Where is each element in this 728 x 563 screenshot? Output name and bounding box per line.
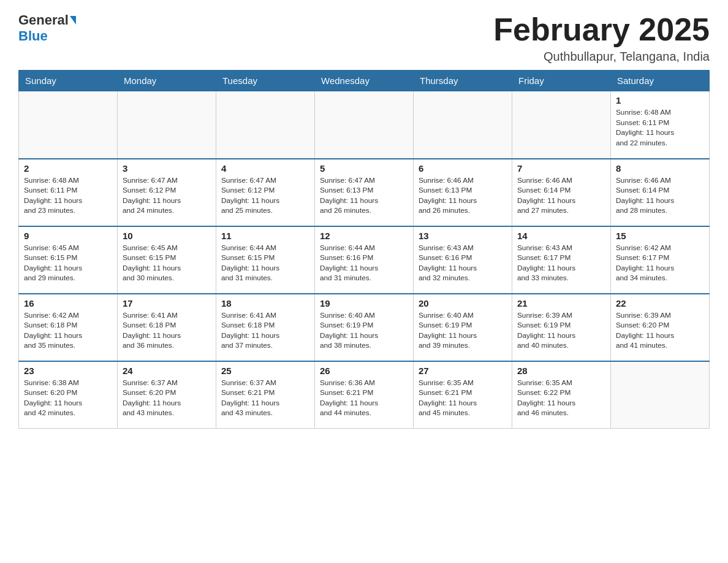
header-friday: Friday [512,71,611,91]
weekday-header-row: Sunday Monday Tuesday Wednesday Thursday… [19,71,710,91]
table-row: 21Sunrise: 6:39 AMSunset: 6:19 PMDayligh… [512,294,611,361]
day-number: 1 [616,95,704,105]
day-number: 9 [24,231,112,241]
day-info: Sunrise: 6:48 AMSunset: 6:11 PMDaylight:… [616,107,704,148]
day-info: Sunrise: 6:48 AMSunset: 6:11 PMDaylight:… [24,175,112,216]
table-row: 8Sunrise: 6:46 AMSunset: 6:14 PMDaylight… [611,159,710,226]
table-row: 5Sunrise: 6:47 AMSunset: 6:13 PMDaylight… [315,159,414,226]
day-number: 18 [221,298,309,308]
calendar-week-row: 23Sunrise: 6:38 AMSunset: 6:20 PMDayligh… [19,361,710,429]
table-row [19,91,118,159]
logo-blue-text: Blue [18,28,48,44]
day-info: Sunrise: 6:35 AMSunset: 6:22 PMDaylight:… [517,378,605,418]
day-info: Sunrise: 6:44 AMSunset: 6:15 PMDaylight:… [221,243,309,283]
logo-triangle-icon [70,16,76,25]
day-number: 5 [320,163,408,174]
table-row: 24Sunrise: 6:37 AMSunset: 6:20 PMDayligh… [118,361,216,429]
table-row: 28Sunrise: 6:35 AMSunset: 6:22 PMDayligh… [512,361,611,429]
header-monday: Monday [118,71,216,91]
table-row: 17Sunrise: 6:41 AMSunset: 6:18 PMDayligh… [118,294,216,361]
day-info: Sunrise: 6:42 AMSunset: 6:18 PMDaylight:… [24,310,112,351]
day-info: Sunrise: 6:35 AMSunset: 6:21 PMDaylight:… [419,378,507,418]
table-row [512,91,611,159]
table-row [414,91,512,159]
day-number: 23 [24,366,112,376]
calendar-week-row: 1Sunrise: 6:48 AMSunset: 6:11 PMDaylight… [19,91,710,159]
day-number: 17 [123,298,211,308]
table-row: 10Sunrise: 6:45 AMSunset: 6:15 PMDayligh… [118,226,216,294]
day-number: 14 [517,231,605,241]
calendar-table: Sunday Monday Tuesday Wednesday Thursday… [18,70,710,429]
day-number: 12 [320,231,408,241]
day-info: Sunrise: 6:45 AMSunset: 6:15 PMDaylight:… [123,243,211,283]
calendar-week-row: 2Sunrise: 6:48 AMSunset: 6:11 PMDaylight… [19,159,710,226]
calendar-week-row: 9Sunrise: 6:45 AMSunset: 6:15 PMDaylight… [19,226,710,294]
table-row: 7Sunrise: 6:46 AMSunset: 6:14 PMDaylight… [512,159,611,226]
day-number: 8 [616,163,704,174]
day-number: 26 [320,366,408,376]
day-number: 20 [419,298,507,308]
logo: General Blue [18,12,76,44]
table-row: 22Sunrise: 6:39 AMSunset: 6:20 PMDayligh… [611,294,710,361]
day-number: 2 [24,163,112,174]
day-info: Sunrise: 6:43 AMSunset: 6:17 PMDaylight:… [517,243,605,283]
day-info: Sunrise: 6:39 AMSunset: 6:19 PMDaylight:… [517,310,605,351]
day-number: 27 [419,366,507,376]
table-row: 14Sunrise: 6:43 AMSunset: 6:17 PMDayligh… [512,226,611,294]
table-row: 12Sunrise: 6:44 AMSunset: 6:16 PMDayligh… [315,226,414,294]
calendar-title: February 2025 [493,12,710,47]
table-row: 9Sunrise: 6:45 AMSunset: 6:15 PMDaylight… [19,226,118,294]
table-row: 13Sunrise: 6:43 AMSunset: 6:16 PMDayligh… [414,226,512,294]
day-number: 22 [616,298,704,308]
day-info: Sunrise: 6:37 AMSunset: 6:20 PMDaylight:… [123,378,211,418]
day-number: 7 [517,163,605,174]
day-info: Sunrise: 6:47 AMSunset: 6:12 PMDaylight:… [123,175,211,216]
table-row: 15Sunrise: 6:42 AMSunset: 6:17 PMDayligh… [611,226,710,294]
day-info: Sunrise: 6:40 AMSunset: 6:19 PMDaylight:… [419,310,507,351]
day-number: 21 [517,298,605,308]
table-row: 16Sunrise: 6:42 AMSunset: 6:18 PMDayligh… [19,294,118,361]
title-block: February 2025 Quthbullapur, Telangana, I… [493,12,710,64]
table-row: 4Sunrise: 6:47 AMSunset: 6:12 PMDaylight… [216,159,315,226]
day-number: 24 [123,366,211,376]
table-row: 1Sunrise: 6:48 AMSunset: 6:11 PMDaylight… [611,91,710,159]
table-row [118,91,216,159]
table-row: 18Sunrise: 6:41 AMSunset: 6:18 PMDayligh… [216,294,315,361]
day-number: 3 [123,163,211,174]
day-info: Sunrise: 6:43 AMSunset: 6:16 PMDaylight:… [419,243,507,283]
logo-general-text: General [18,12,69,28]
day-number: 15 [616,231,704,241]
calendar-week-row: 16Sunrise: 6:42 AMSunset: 6:18 PMDayligh… [19,294,710,361]
day-info: Sunrise: 6:36 AMSunset: 6:21 PMDaylight:… [320,378,408,418]
table-row: 11Sunrise: 6:44 AMSunset: 6:15 PMDayligh… [216,226,315,294]
table-row [611,361,710,429]
day-number: 11 [221,231,309,241]
day-number: 4 [221,163,309,174]
header-sunday: Sunday [19,71,118,91]
calendar-location: Quthbullapur, Telangana, India [493,50,710,64]
table-row: 23Sunrise: 6:38 AMSunset: 6:20 PMDayligh… [19,361,118,429]
day-info: Sunrise: 6:44 AMSunset: 6:16 PMDaylight:… [320,243,408,283]
table-row: 2Sunrise: 6:48 AMSunset: 6:11 PMDaylight… [19,159,118,226]
day-info: Sunrise: 6:46 AMSunset: 6:13 PMDaylight:… [419,175,507,216]
day-info: Sunrise: 6:47 AMSunset: 6:13 PMDaylight:… [320,175,408,216]
day-info: Sunrise: 6:41 AMSunset: 6:18 PMDaylight:… [123,310,211,351]
day-info: Sunrise: 6:37 AMSunset: 6:21 PMDaylight:… [221,378,309,418]
header-wednesday: Wednesday [315,71,414,91]
table-row: 6Sunrise: 6:46 AMSunset: 6:13 PMDaylight… [414,159,512,226]
table-row: 19Sunrise: 6:40 AMSunset: 6:19 PMDayligh… [315,294,414,361]
table-row: 20Sunrise: 6:40 AMSunset: 6:19 PMDayligh… [414,294,512,361]
table-row: 27Sunrise: 6:35 AMSunset: 6:21 PMDayligh… [414,361,512,429]
day-number: 16 [24,298,112,308]
day-info: Sunrise: 6:41 AMSunset: 6:18 PMDaylight:… [221,310,309,351]
day-info: Sunrise: 6:46 AMSunset: 6:14 PMDaylight:… [517,175,605,216]
day-number: 6 [419,163,507,174]
table-row: 3Sunrise: 6:47 AMSunset: 6:12 PMDaylight… [118,159,216,226]
table-row [315,91,414,159]
table-row: 25Sunrise: 6:37 AMSunset: 6:21 PMDayligh… [216,361,315,429]
day-info: Sunrise: 6:46 AMSunset: 6:14 PMDaylight:… [616,175,704,216]
header-thursday: Thursday [414,71,512,91]
header-tuesday: Tuesday [216,71,315,91]
day-number: 25 [221,366,309,376]
day-number: 19 [320,298,408,308]
